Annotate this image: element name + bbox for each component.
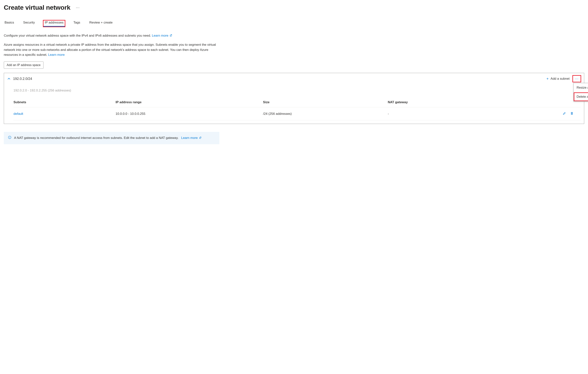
- address-space-context-menu: Resize address space Delete address spac…: [573, 83, 588, 101]
- delete-icon[interactable]: [570, 111, 574, 115]
- tab-basics[interactable]: Basics: [4, 20, 15, 27]
- subnet-row-actions: [560, 107, 581, 120]
- tab-bar: Basics Security IP addresses Tags Review…: [4, 20, 584, 27]
- address-space-cidr: 192.0.2.0/24: [13, 77, 32, 81]
- table-row: default 10.0.0.0 - 10.0.0.255 /24 (256 a…: [13, 107, 581, 120]
- address-space-block: 192.0.2.0/24 + Add a subnet ⋯ Resize add…: [4, 73, 584, 124]
- col-subnets: Subnets: [13, 99, 116, 107]
- col-size: Size: [263, 99, 388, 107]
- resize-address-space-item[interactable]: Resize address space: [574, 83, 588, 92]
- plus-icon: +: [546, 77, 549, 81]
- tab-security[interactable]: Security: [22, 20, 35, 27]
- learn-more-link-1[interactable]: Learn more: [152, 34, 172, 37]
- address-space-header: 192.0.2.0/24 + Add a subnet ⋯ Resize add…: [4, 73, 584, 83]
- intro-text-2: Azure assigns resources in a virtual net…: [4, 43, 216, 57]
- chevron-up-icon[interactable]: [7, 78, 10, 80]
- subnet-nat: -: [388, 107, 560, 120]
- address-space-range: 192.0.2.0 - 192.0.2.255 (256 addresses): [4, 89, 584, 94]
- tab-review-create[interactable]: Review + create: [88, 20, 113, 27]
- external-link-icon: [199, 136, 201, 139]
- subnets-header-row: Subnets IP address range Size NAT gatewa…: [13, 99, 581, 107]
- subnet-ip-range: 10.0.0.0 - 10.0.0.255: [116, 107, 263, 120]
- info-banner-content: A NAT gateway is recommended for outboun…: [14, 135, 201, 141]
- learn-more-link-2[interactable]: Learn more: [48, 53, 64, 57]
- edit-icon[interactable]: [563, 111, 566, 115]
- page-title: Create virtual network: [4, 4, 71, 11]
- page-header: Create virtual network ⋯: [4, 4, 584, 11]
- add-subnet-button[interactable]: + Add a subnet: [546, 77, 570, 81]
- nat-info-banner: A NAT gateway is recommended for outboun…: [4, 132, 219, 144]
- address-space-actions: + Add a subnet ⋯ Resize address space De…: [546, 76, 581, 82]
- info-learn-more-label: Learn more: [181, 136, 198, 140]
- subnet-size: /24 (256 addresses): [263, 107, 388, 120]
- col-nat: NAT gateway: [388, 99, 560, 107]
- learn-more-label: Learn more: [152, 34, 168, 37]
- tab-tags[interactable]: Tags: [73, 20, 81, 27]
- subnet-name-link[interactable]: default: [13, 112, 23, 116]
- intro-text-1: Configure your virtual network address s…: [4, 34, 151, 37]
- col-ip-range: IP address range: [116, 99, 263, 107]
- svg-point-2: [10, 137, 10, 137]
- address-space-more-button[interactable]: ⋯: [573, 76, 581, 82]
- info-banner-text: A NAT gateway is recommended for outboun…: [14, 136, 178, 140]
- add-ip-address-space-button[interactable]: Add an IP address space: [4, 61, 43, 69]
- info-icon: [8, 136, 11, 139]
- intro-line-2: Azure assigns resources in a virtual net…: [4, 42, 222, 57]
- tab-ip-addresses[interactable]: IP addresses: [43, 20, 65, 27]
- more-icon[interactable]: ⋯: [76, 5, 80, 10]
- info-banner-learn-more-link[interactable]: Learn more: [181, 136, 201, 140]
- add-subnet-label: Add a subnet: [551, 77, 570, 81]
- external-link-icon: [170, 34, 172, 37]
- delete-address-space-item[interactable]: Delete address space: [574, 92, 588, 101]
- subnets-table: Subnets IP address range Size NAT gatewa…: [13, 99, 581, 120]
- intro-line-1: Configure your virtual network address s…: [4, 33, 222, 38]
